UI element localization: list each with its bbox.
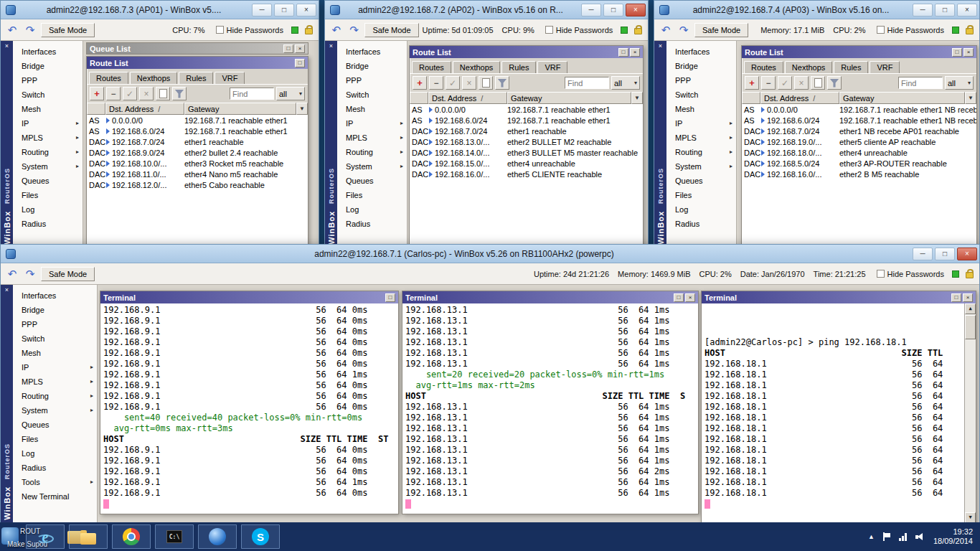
route-row[interactable]: AS 0.0.0.0/0 192.168.7.1 reachable ether… xyxy=(410,104,643,115)
remove-route-button[interactable]: − xyxy=(106,87,121,100)
taskbar-app-button[interactable] xyxy=(69,524,108,549)
find-scope-dropdown[interactable]: all▾ xyxy=(945,76,974,90)
sidebar-item[interactable]: Switch xyxy=(13,331,97,346)
maximize-button[interactable]: □ xyxy=(295,59,305,67)
scroll-up-icon[interactable]: ▲ xyxy=(965,303,976,314)
sidebar-item[interactable]: Radius xyxy=(666,217,736,231)
column-select-button[interactable]: ▼ xyxy=(296,103,308,115)
scrollbar[interactable]: ▲ ▼ xyxy=(964,303,976,522)
strip-close-icon[interactable]: × xyxy=(1,42,13,50)
undo-icon[interactable]: ↶ xyxy=(329,23,344,37)
close-button[interactable]: × xyxy=(957,248,977,260)
maximize-button[interactable]: □ xyxy=(385,293,395,302)
close-button[interactable]: × xyxy=(630,48,640,57)
route-row[interactable]: DAC 192.168.10.0/... ether3 Rocket m5 re… xyxy=(87,158,308,169)
sidebar-item[interactable]: MPLS xyxy=(13,375,97,389)
sidebar-item[interactable]: IP xyxy=(13,360,97,375)
sidebar-item[interactable]: Mesh xyxy=(666,102,736,116)
minimize-button[interactable]: ─ xyxy=(913,4,933,17)
terminal-output[interactable]: 192.168.13.1 56 64 1ms192.168.13.1 56 64… xyxy=(402,303,698,514)
sidebar-item[interactable]: Bridge xyxy=(13,59,83,73)
sidebar-item[interactable]: PPP xyxy=(666,73,736,88)
sidebar-item[interactable]: MPLS xyxy=(13,131,83,145)
sidebar-item[interactable]: PPP xyxy=(337,73,407,88)
route-tab[interactable]: Nexthops xyxy=(130,72,177,84)
route-row[interactable]: DAC 192.168.7.0/24 ether1 reachable xyxy=(410,126,643,136)
hide-passwords-checkbox[interactable]: Hide Passwords xyxy=(877,270,944,278)
add-route-button[interactable]: + xyxy=(413,76,427,90)
sidebar-item[interactable]: MPLS xyxy=(666,131,736,145)
safe-mode-button[interactable]: Safe Mode xyxy=(41,23,95,37)
sidebar-item[interactable]: Interfaces xyxy=(13,288,97,303)
sidebar-item[interactable]: Files xyxy=(13,188,83,202)
route-row[interactable]: DAC 192.168.13.0/... ether2 BULLET M2 re… xyxy=(410,136,643,147)
safe-mode-button[interactable]: Safe Mode xyxy=(41,267,95,281)
taskbar-app-button[interactable] xyxy=(112,524,151,549)
add-route-button[interactable]: + xyxy=(90,87,104,100)
route-row[interactable]: AS 0.0.0.0/0 192.168.7.1 reachable ether… xyxy=(742,104,976,115)
action-center-icon[interactable] xyxy=(883,532,890,541)
titlebar[interactable]: admin22@192.168.7.1 (Carlos-pc) - WinBox… xyxy=(1,245,979,263)
close-button[interactable]: × xyxy=(963,48,974,57)
route-row[interactable]: DAC 192.168.15.0/... ether4 unreachable xyxy=(410,158,643,169)
sidebar-item[interactable]: Mesh xyxy=(13,346,97,360)
titlebar[interactable]: admin22@192.168.7.2 (AP02) - WinBox v5.1… xyxy=(325,1,648,19)
column-header-gateway[interactable]: Gateway xyxy=(507,92,631,104)
sidebar-item[interactable]: Interfaces xyxy=(13,44,83,59)
taskbar-app-button[interactable]: e xyxy=(26,524,65,549)
remove-route-button[interactable]: − xyxy=(429,76,443,90)
column-header-flags[interactable] xyxy=(742,92,760,104)
route-tab[interactable]: Rules xyxy=(179,72,213,84)
undo-icon[interactable]: ↶ xyxy=(5,267,19,281)
column-header-flags[interactable] xyxy=(87,103,105,115)
column-header-gateway[interactable]: Gateway xyxy=(184,103,296,115)
maximize-button[interactable]: □ xyxy=(952,48,962,57)
enable-route-button[interactable]: ✓ xyxy=(778,76,792,90)
route-row[interactable]: DAC 192.168.12.0/... ether5 Cabo reachab… xyxy=(87,179,308,190)
maximize-button[interactable]: □ xyxy=(274,4,294,17)
tray-clock[interactable]: 19:32 18/09/2014 xyxy=(933,527,973,546)
find-input[interactable] xyxy=(898,77,943,89)
route-list-titlebar[interactable]: Route List □ xyxy=(87,57,308,69)
sidebar-item[interactable]: System xyxy=(13,403,97,418)
route-tab[interactable]: Rules xyxy=(834,61,868,73)
maximize-button[interactable]: □ xyxy=(603,4,623,17)
find-input[interactable] xyxy=(230,88,274,100)
terminal-titlebar[interactable]: Terminal □ × xyxy=(702,291,976,303)
titlebar[interactable]: admin22@192.168.7.4 (AP03) - WinBox v5.1… xyxy=(654,1,979,19)
hide-passwords-checkbox[interactable]: Hide Passwords xyxy=(545,26,613,34)
route-list-titlebar[interactable]: Route List □ × xyxy=(742,46,976,58)
route-row[interactable]: AS 0.0.0.0/0 192.168.7.1 reachable ether… xyxy=(87,115,308,126)
minimize-button[interactable]: ─ xyxy=(581,4,601,17)
route-tab[interactable]: VRF xyxy=(215,72,245,84)
sidebar-item[interactable]: Routing xyxy=(13,389,97,403)
maximize-button[interactable]: □ xyxy=(935,248,955,260)
find-scope-dropdown[interactable]: all▾ xyxy=(276,87,305,100)
redo-icon[interactable]: ↷ xyxy=(347,23,362,37)
sidebar-item[interactable]: Files xyxy=(666,188,736,202)
sidebar-item[interactable]: Log xyxy=(13,202,83,217)
safe-mode-button[interactable]: Safe Mode xyxy=(364,23,418,37)
route-row[interactable]: DAC 192.168.5.0/24 ether3 AP-ROUTER reac… xyxy=(742,158,976,169)
close-button[interactable]: × xyxy=(626,4,646,17)
route-row[interactable]: DAC 192.168.16.0/... ether5 CLIENTE reac… xyxy=(410,169,643,179)
sidebar-item[interactable]: Log xyxy=(337,202,407,217)
route-list-titlebar[interactable]: Route List □ × xyxy=(410,46,643,58)
sidebar-item[interactable]: Log xyxy=(13,446,97,461)
maximize-button[interactable]: □ xyxy=(618,48,628,57)
route-tab[interactable]: Routes xyxy=(89,72,128,84)
sidebar-item[interactable]: System xyxy=(666,159,736,174)
sidebar-item[interactable]: Routing xyxy=(666,145,736,159)
route-row[interactable]: DAC 192.168.19.0/... ether5 cliente AP r… xyxy=(742,136,976,147)
comment-button[interactable] xyxy=(479,76,493,90)
route-tab[interactable]: Nexthops xyxy=(453,61,500,73)
column-select-button[interactable]: ▼ xyxy=(631,92,643,104)
minimize-button[interactable]: ─ xyxy=(913,248,933,260)
titlebar[interactable]: admin22@192.168.7.3 (AP01) - WinBox v5..… xyxy=(1,1,319,19)
route-row[interactable]: DAC 192.168.9.0/24 ether2 bullet 2.4 rea… xyxy=(87,147,308,158)
redo-icon[interactable]: ↷ xyxy=(677,23,691,37)
sidebar-item[interactable]: Radius xyxy=(13,217,83,231)
route-tab[interactable]: Routes xyxy=(412,61,451,73)
sidebar-item[interactable]: System xyxy=(337,159,407,174)
terminal-titlebar[interactable]: Terminal □ xyxy=(100,291,398,303)
